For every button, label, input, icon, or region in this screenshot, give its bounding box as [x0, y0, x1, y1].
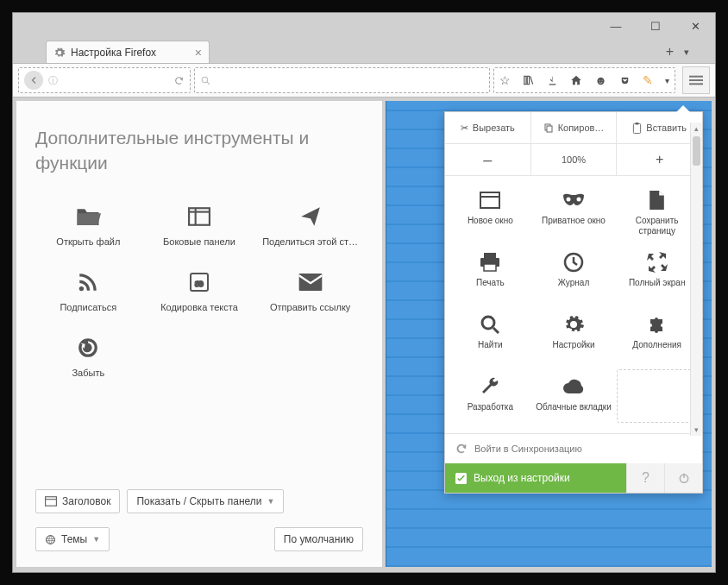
back-button[interactable]: [24, 71, 43, 90]
titlebar: — ☐ ✕: [13, 13, 715, 39]
tabs-dropdown-icon[interactable]: ▾: [684, 47, 689, 58]
scroll-up-icon[interactable]: ▴: [691, 123, 702, 135]
svg-rect-18: [634, 123, 641, 133]
tab-title: Настройка Firefox: [71, 47, 190, 59]
exit-row: Выход из настройки ?: [445, 463, 702, 493]
cloud-icon: [562, 374, 585, 399]
pocket-icon[interactable]: [619, 75, 631, 86]
url-bar[interactable]: ⓘ: [18, 67, 191, 93]
home-icon[interactable]: [570, 74, 582, 86]
customize-right-pane: ✂Вырезать Копиров… Вставить – 100% + Нов…: [386, 101, 712, 567]
gear-icon: [563, 312, 584, 337]
edit-row: ✂Вырезать Копиров… Вставить: [445, 112, 702, 144]
panel-arrow: [676, 105, 690, 112]
customize-footer: Заголовок Показать / Скрыть панели▼ Темы…: [35, 489, 363, 551]
tool-side-panels[interactable]: Боковые панели: [147, 197, 253, 254]
exit-customize-button[interactable]: Выход из настройки: [445, 463, 626, 493]
sync-icon: [455, 443, 468, 455]
item-private[interactable]: Приватное окно: [534, 183, 614, 242]
titlebar-button[interactable]: Заголовок: [35, 489, 120, 513]
svg-point-0: [202, 77, 208, 83]
library-icon[interactable]: [523, 74, 535, 86]
scroll-thumb[interactable]: [693, 136, 700, 166]
search-icon: [480, 312, 500, 337]
svg-rect-20: [480, 192, 499, 208]
mask-icon: [562, 188, 586, 212]
item-print[interactable]: Печать: [450, 245, 530, 304]
info-icon: ⓘ: [48, 74, 58, 87]
rss-icon: [77, 269, 99, 295]
reload-icon[interactable]: [173, 75, 185, 86]
help-button[interactable]: ?: [626, 463, 664, 493]
item-new-window[interactable]: Новое окно: [450, 183, 530, 242]
svg-rect-26: [484, 264, 496, 271]
clock-icon: [563, 250, 584, 274]
sync-row[interactable]: Войти в Синхронизацию: [445, 433, 702, 463]
new-tab-button[interactable]: +: [666, 44, 674, 60]
close-window-button[interactable]: ✕: [675, 13, 715, 39]
tool-encoding[interactable]: æКодировка текста: [147, 262, 253, 319]
svg-rect-4: [689, 79, 703, 81]
paper-plane-icon: [299, 204, 322, 230]
power-button[interactable]: [664, 463, 702, 493]
panel-grid: Новое окно Приватное окно Сохранить стра…: [445, 176, 702, 433]
panel-scrollbar[interactable]: ▴ ▾: [690, 123, 702, 436]
clipboard-icon: [632, 123, 642, 134]
window-icon: [480, 188, 500, 212]
svg-point-15: [47, 535, 55, 544]
forget-icon: [77, 335, 99, 361]
item-history[interactable]: Журнал: [534, 245, 614, 304]
toolbar-icons: ☆ ☻ ✎ ▾: [493, 67, 675, 93]
toolbar: ⓘ ☆ ☻ ✎ ▾: [13, 63, 715, 98]
tool-forget[interactable]: Забыть: [35, 328, 141, 385]
svg-point-28: [482, 317, 494, 329]
browser-window: — ☐ ✕ Настройка Firefox × + ▾ ⓘ: [12, 12, 716, 573]
item-addons[interactable]: Дополнения: [617, 307, 697, 366]
scroll-down-icon[interactable]: ▾: [691, 424, 702, 436]
puzzle-icon: [647, 312, 668, 337]
tab-actions: + ▾: [666, 44, 689, 63]
item-find[interactable]: Найти: [450, 307, 530, 366]
more-icon[interactable]: ▾: [665, 76, 669, 85]
svg-rect-3: [689, 76, 703, 78]
svg-rect-17: [547, 126, 552, 132]
edit-icon[interactable]: ✎: [643, 73, 653, 87]
fullscreen-icon: [647, 250, 668, 274]
svg-rect-19: [636, 123, 639, 124]
minimize-button[interactable]: —: [596, 13, 636, 39]
item-fullscreen[interactable]: Полный экран: [617, 245, 697, 304]
drop-target[interactable]: [617, 369, 697, 423]
themes-button[interactable]: Темы▼: [35, 527, 110, 551]
search-bar[interactable]: [194, 67, 490, 93]
item-preferences[interactable]: Настройки: [534, 307, 614, 366]
tool-share-page[interactable]: Поделиться этой ст…: [257, 197, 363, 254]
svg-rect-1: [524, 76, 526, 84]
download-icon[interactable]: [547, 75, 558, 86]
default-button[interactable]: По умолчанию: [274, 527, 363, 551]
item-developer[interactable]: Разработка: [450, 369, 530, 428]
zoom-out-button[interactable]: –: [445, 144, 531, 175]
copy-icon: [543, 123, 554, 133]
hamburger-menu-button[interactable]: [682, 66, 710, 94]
item-cloud-tabs[interactable]: Облачные вкладки: [534, 369, 614, 428]
item-save-page[interactable]: Сохранить страницу: [617, 183, 697, 242]
tool-subscribe[interactable]: Подписаться: [35, 262, 141, 319]
maximize-button[interactable]: ☐: [636, 13, 675, 39]
zoom-row: – 100% +: [445, 144, 702, 176]
envelope-icon: [298, 269, 323, 295]
star-icon[interactable]: ☆: [499, 73, 511, 87]
sidebar-icon: [188, 204, 210, 230]
toggle-panels-button[interactable]: Показать / Скрыть панели▼: [127, 489, 284, 513]
zoom-level[interactable]: 100%: [531, 144, 618, 175]
tool-open-file[interactable]: Открыть файл: [35, 197, 141, 254]
scissors-icon: ✂: [461, 123, 468, 134]
copy-button[interactable]: Копиров…: [531, 112, 618, 143]
cut-button[interactable]: ✂Вырезать: [445, 112, 531, 143]
tab-customize[interactable]: Настройка Firefox ×: [46, 41, 210, 63]
menu-panel: ✂Вырезать Копиров… Вставить – 100% + Нов…: [444, 111, 703, 494]
svg-text:æ: æ: [195, 278, 204, 288]
page-heading: Дополнительные инструменты и функции: [35, 125, 363, 176]
tool-send-link[interactable]: Отправить ссылку: [257, 262, 363, 319]
tab-close-icon[interactable]: ×: [195, 46, 202, 60]
emoji-icon[interactable]: ☻: [594, 73, 607, 87]
